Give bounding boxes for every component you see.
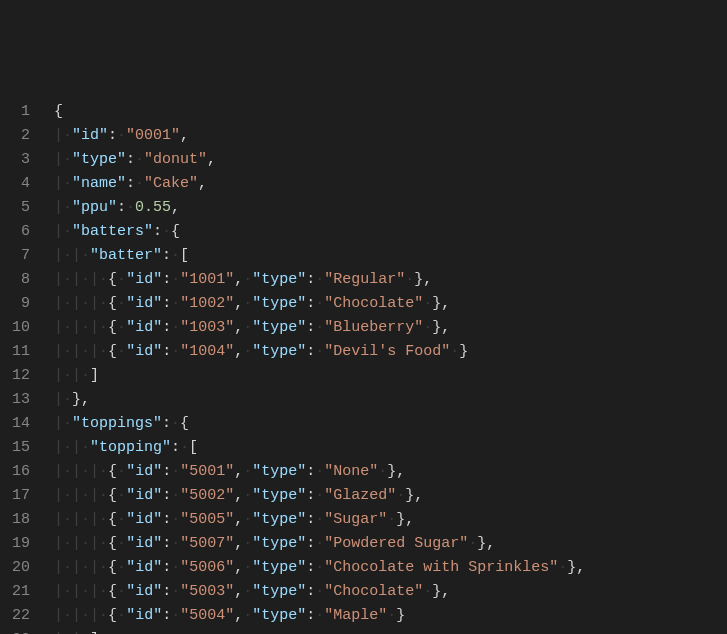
line-number-gutter: 1234567891011121314151617181920212223242… xyxy=(0,96,42,634)
code-line[interactable]: |·|·] xyxy=(54,364,727,388)
line-number: 16 xyxy=(0,460,30,484)
line-number: 4 xyxy=(0,172,30,196)
code-line[interactable]: |·|·|·{·"id":·"1001",·"type":·"Regular"·… xyxy=(54,268,727,292)
line-number: 19 xyxy=(0,532,30,556)
code-line[interactable]: |·|·|·{·"id":·"1002",·"type":·"Chocolate… xyxy=(54,292,727,316)
line-number: 7 xyxy=(0,244,30,268)
line-number: 12 xyxy=(0,364,30,388)
code-line[interactable]: |·|·|·{·"id":·"5003",·"type":·"Chocolate… xyxy=(54,580,727,604)
code-line[interactable]: |·|·|·{·"id":·"5007",·"type":·"Powdered … xyxy=(54,532,727,556)
line-number: 11 xyxy=(0,340,30,364)
line-number: 3 xyxy=(0,148,30,172)
code-line[interactable]: |·"batters":·{ xyxy=(54,220,727,244)
code-line[interactable]: { xyxy=(54,100,727,124)
code-line[interactable]: |·|·|·{·"id":·"1003",·"type":·"Blueberry… xyxy=(54,316,727,340)
code-line[interactable]: |·|·"topping":·[ xyxy=(54,436,727,460)
code-line[interactable]: |·"name":·"Cake", xyxy=(54,172,727,196)
code-line[interactable]: |·|·|·{·"id":·"5002",·"type":·"Glazed"·}… xyxy=(54,484,727,508)
line-number: 18 xyxy=(0,508,30,532)
code-line[interactable]: |·}, xyxy=(54,388,727,412)
code-line[interactable]: |·|·|·{·"id":·"5005",·"type":·"Sugar"·}, xyxy=(54,508,727,532)
line-number: 14 xyxy=(0,412,30,436)
code-editor[interactable]: 1234567891011121314151617181920212223242… xyxy=(0,96,727,634)
code-line[interactable]: |·"type":·"donut", xyxy=(54,148,727,172)
code-line[interactable]: |·|·|·{·"id":·"1004",·"type":·"Devil's F… xyxy=(54,340,727,364)
line-number: 9 xyxy=(0,292,30,316)
code-line[interactable]: |·|·|·{·"id":·"5004",·"type":·"Maple"·} xyxy=(54,604,727,628)
line-number: 5 xyxy=(0,196,30,220)
line-number: 22 xyxy=(0,604,30,628)
line-number: 8 xyxy=(0,268,30,292)
line-number: 2 xyxy=(0,124,30,148)
code-line[interactable]: |·"ppu":·0.55, xyxy=(54,196,727,220)
code-line[interactable]: |·|·|·{·"id":·"5006",·"type":·"Chocolate… xyxy=(54,556,727,580)
code-line[interactable]: |·|·"batter":·[ xyxy=(54,244,727,268)
line-number: 10 xyxy=(0,316,30,340)
line-number: 20 xyxy=(0,556,30,580)
code-area[interactable]: {|·"id":·"0001",|·"type":·"donut",|·"nam… xyxy=(42,96,727,634)
line-number: 6 xyxy=(0,220,30,244)
line-number: 23 xyxy=(0,628,30,634)
line-number: 17 xyxy=(0,484,30,508)
line-number: 21 xyxy=(0,580,30,604)
code-line[interactable]: |·"toppings":·{ xyxy=(54,412,727,436)
line-number: 1 xyxy=(0,100,30,124)
code-line[interactable]: |·|·|·{·"id":·"5001",·"type":·"None"·}, xyxy=(54,460,727,484)
line-number: 15 xyxy=(0,436,30,460)
code-line[interactable]: |·|·] xyxy=(54,628,727,634)
line-number: 13 xyxy=(0,388,30,412)
code-line[interactable]: |·"id":·"0001", xyxy=(54,124,727,148)
